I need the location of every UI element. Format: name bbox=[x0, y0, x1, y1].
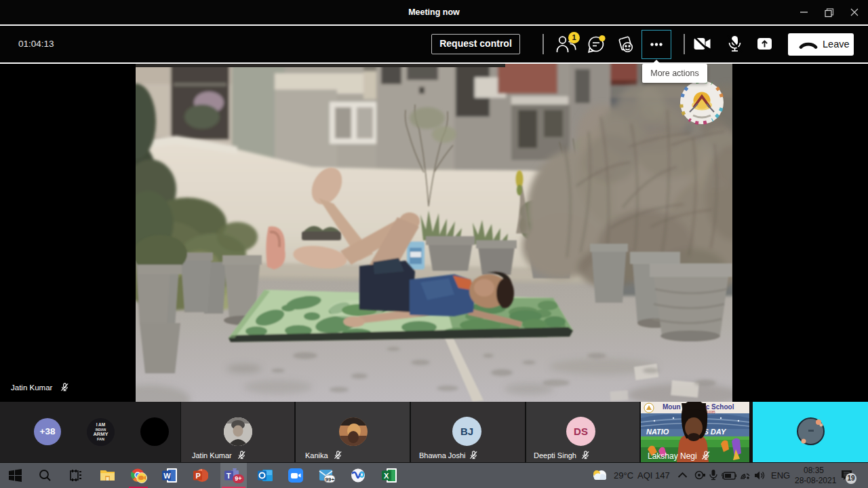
svg-text:P: P bbox=[196, 472, 201, 480]
svg-text:T: T bbox=[226, 472, 231, 480]
svg-text:NATIO: NATIO bbox=[646, 428, 669, 436]
svg-text:Moun: Moun bbox=[663, 403, 681, 411]
svg-text:99+: 99+ bbox=[326, 476, 335, 483]
svg-text:X: X bbox=[384, 472, 389, 480]
svg-text:W: W bbox=[163, 472, 171, 480]
